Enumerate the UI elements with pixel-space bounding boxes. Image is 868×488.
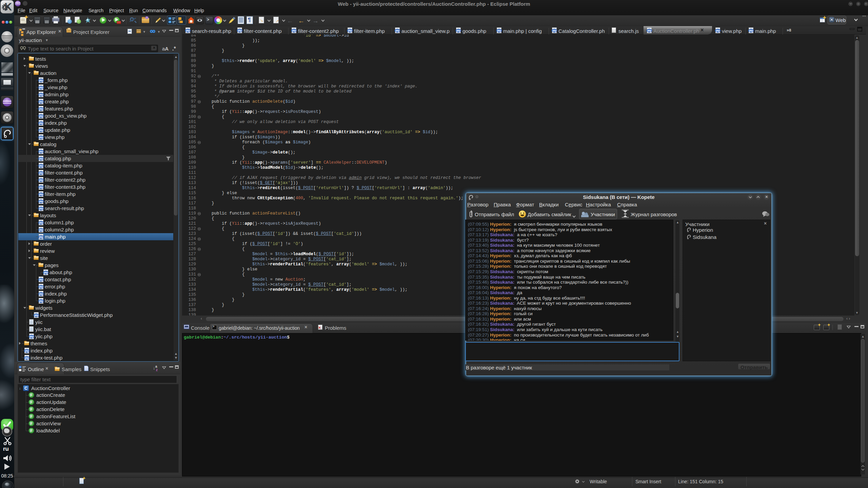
svg-text:php: php: [39, 222, 43, 224]
svg-text:php: php: [39, 158, 43, 160]
svg-text:php: php: [39, 79, 43, 82]
svg-text:php: php: [39, 286, 43, 288]
svg-text:php: php: [348, 29, 352, 32]
svg-text:php: php: [39, 236, 43, 239]
svg-text:php: php: [44, 271, 48, 274]
svg-text:php: php: [39, 172, 43, 175]
svg-text:php: php: [647, 29, 651, 32]
svg-text:php: php: [39, 300, 43, 303]
svg-text:php: php: [25, 357, 29, 360]
svg-text:php: php: [39, 129, 43, 132]
svg-text:php: php: [39, 279, 43, 281]
svg-text:php: php: [39, 193, 43, 196]
svg-text:php: php: [39, 186, 43, 189]
svg-text:php: php: [39, 150, 43, 153]
svg-text:php: php: [39, 86, 43, 89]
svg-text:php: php: [456, 29, 460, 32]
svg-text:php: php: [39, 165, 43, 167]
svg-text:php: php: [552, 29, 556, 32]
svg-text:php: php: [238, 29, 242, 32]
svg-text:php: php: [395, 29, 399, 32]
svg-text:php: php: [39, 122, 43, 125]
svg-text:php: php: [39, 115, 43, 118]
svg-text:php: php: [39, 101, 43, 103]
svg-text:php: php: [716, 29, 720, 32]
svg-text:php: php: [39, 293, 43, 296]
svg-text:php: php: [292, 29, 296, 32]
svg-text:php: php: [39, 94, 43, 96]
svg-text:php: php: [39, 200, 43, 203]
svg-text:php: php: [39, 229, 43, 231]
svg-text:php: php: [749, 29, 753, 32]
svg-text:php: php: [34, 314, 38, 317]
svg-text:php: php: [39, 136, 43, 139]
svg-text:php: php: [39, 108, 43, 110]
svg-text:php: php: [186, 29, 190, 32]
svg-text:php: php: [29, 336, 34, 338]
svg-text:php: php: [497, 29, 501, 32]
svg-text:php: php: [39, 207, 43, 210]
svg-text:php: php: [25, 350, 29, 352]
svg-text:php: php: [39, 179, 43, 182]
